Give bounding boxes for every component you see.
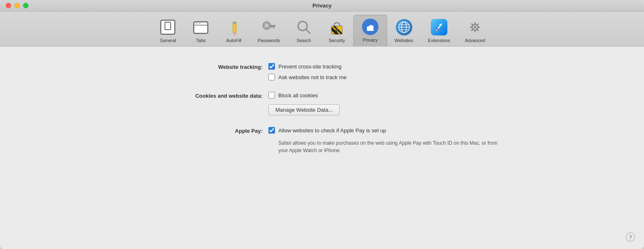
- tab-websites-label: Websites: [395, 38, 413, 43]
- prevent-cross-site-row: Prevent cross-site tracking: [268, 63, 346, 70]
- apple-pay-controls: Allow websites to check if Apple Pay is …: [268, 127, 499, 154]
- tab-autofill[interactable]: AutoFill: [217, 16, 250, 46]
- tab-search-label: Search: [297, 38, 311, 43]
- websites-icon: [395, 18, 413, 36]
- block-cookies-checkbox[interactable]: [268, 92, 275, 99]
- maximize-button[interactable]: [23, 3, 28, 8]
- svg-rect-28: [367, 29, 374, 31]
- prevent-cross-site-label[interactable]: Prevent cross-site tracking: [278, 63, 341, 70]
- tabs-icon: × +: [192, 18, 210, 36]
- apple-pay-description: Safari allows you to make purchases on t…: [268, 139, 499, 154]
- svg-line-44: [477, 30, 478, 31]
- tab-search[interactable]: Search: [287, 16, 320, 46]
- tab-security[interactable]: Security: [320, 16, 353, 46]
- block-cookies-row: Block all cookies: [268, 92, 340, 99]
- passwords-icon: [260, 18, 278, 36]
- tab-privacy-label: Privacy: [363, 38, 378, 42]
- svg-point-10: [263, 22, 270, 29]
- traffic-lights: [6, 3, 28, 8]
- cookies-row: Cookies and website data: Block all cook…: [136, 92, 508, 115]
- extensions-icon: [430, 18, 448, 36]
- apple-pay-allow-label[interactable]: Allow websites to check if Apple Pay is …: [278, 127, 386, 134]
- tab-extensions[interactable]: Extensions: [421, 16, 458, 46]
- website-tracking-row: Website tracking: Prevent cross-site tra…: [136, 63, 508, 80]
- apple-pay-label: Apple Pay:: [136, 127, 268, 134]
- cookies-label: Cookies and website data:: [136, 92, 268, 99]
- tab-advanced-label: Advanced: [465, 38, 485, 43]
- tab-passwords-label: Passwords: [258, 38, 280, 43]
- svg-text:+: +: [199, 21, 201, 25]
- ask-websites-label[interactable]: Ask websites not to track me: [278, 74, 346, 80]
- advanced-icon: [466, 18, 484, 36]
- general-icon: [159, 18, 177, 36]
- svg-rect-23: [336, 30, 338, 32]
- apple-pay-row: Apple Pay: Allow websites to check if Ap…: [136, 127, 508, 154]
- tab-passwords[interactable]: Passwords: [250, 16, 287, 46]
- toolbar: General × + Tabs: [0, 12, 644, 47]
- ask-websites-checkbox[interactable]: [268, 74, 275, 80]
- svg-rect-13: [273, 26, 275, 28]
- tab-autofill-label: AutoFill: [226, 38, 242, 43]
- tab-general-label: General: [160, 38, 176, 43]
- prevent-cross-site-checkbox[interactable]: [268, 63, 275, 70]
- tab-websites[interactable]: Websites: [387, 16, 421, 46]
- tab-tabs[interactable]: × + Tabs: [184, 16, 217, 46]
- svg-text:×: ×: [195, 21, 197, 25]
- apple-pay-checkbox[interactable]: [268, 127, 275, 134]
- title-bar: Privacy: [0, 0, 644, 12]
- svg-marker-7: [233, 33, 236, 35]
- svg-line-16: [306, 29, 310, 33]
- cookies-controls: Block all cookies Manage Website Data...: [268, 92, 340, 115]
- svg-line-46: [472, 30, 473, 31]
- tab-general[interactable]: General: [151, 16, 184, 46]
- svg-point-38: [474, 26, 476, 28]
- tab-privacy[interactable]: Privacy: [353, 15, 387, 46]
- search-icon: [295, 18, 313, 36]
- privacy-icon: [361, 18, 379, 36]
- tab-extensions-label: Extensions: [428, 38, 450, 43]
- svg-rect-12: [270, 25, 275, 26]
- website-tracking-label: Website tracking:: [136, 63, 268, 70]
- manage-website-data-button[interactable]: Manage Website Data...: [268, 104, 340, 115]
- svg-line-45: [477, 24, 478, 25]
- tab-tabs-label: Tabs: [196, 38, 206, 43]
- settings-table: Website tracking: Prevent cross-site tra…: [136, 63, 508, 154]
- tab-security-label: Security: [329, 38, 345, 43]
- tab-advanced[interactable]: Advanced: [458, 16, 493, 46]
- window: Privacy General × + Tab: [0, 0, 644, 249]
- svg-line-43: [472, 24, 473, 25]
- minimize-button[interactable]: [14, 3, 20, 8]
- close-button[interactable]: [6, 3, 11, 8]
- autofill-icon: [225, 18, 243, 36]
- ask-websites-row: Ask websites not to track me: [268, 74, 346, 80]
- block-cookies-label[interactable]: Block all cookies: [278, 92, 318, 99]
- security-icon: [328, 18, 346, 36]
- window-title: Privacy: [313, 2, 331, 9]
- svg-point-11: [265, 23, 269, 28]
- apple-pay-allow-row: Allow websites to check if Apple Pay is …: [268, 127, 499, 134]
- website-tracking-controls: Prevent cross-site tracking Ask websites…: [268, 63, 346, 80]
- svg-rect-14: [271, 26, 273, 28]
- help-button[interactable]: ?: [626, 233, 635, 242]
- content-area: Website tracking: Prevent cross-site tra…: [0, 47, 644, 249]
